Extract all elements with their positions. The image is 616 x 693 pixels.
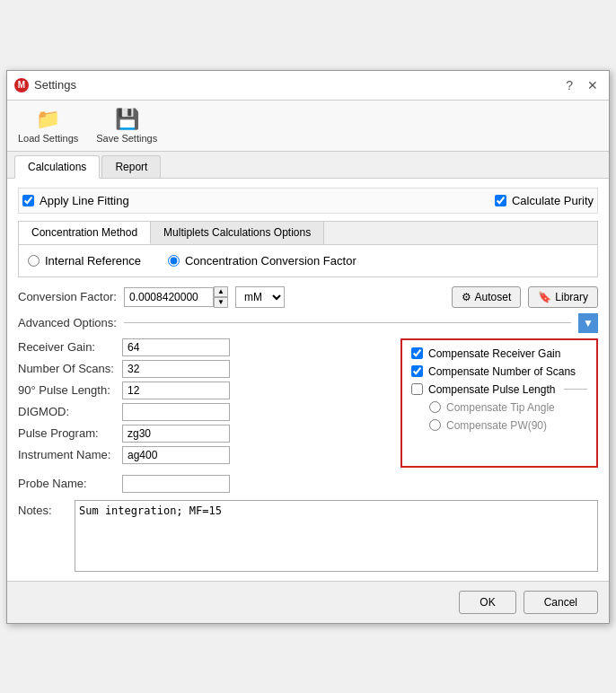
toolbar: 📁 Load Settings 💾 Save Settings xyxy=(7,101,609,152)
tab-report[interactable]: Report xyxy=(101,155,161,178)
bottom-bar: OK Cancel xyxy=(7,581,609,623)
main-tabs: Calculations Report xyxy=(7,152,609,179)
compensate-pulse-row: Compensate Pulse Length xyxy=(411,383,587,396)
left-fields: Receiver Gain: Number Of Scans: 90° Puls… xyxy=(18,338,392,468)
notes-textarea[interactable]: Sum integration; MF=15 xyxy=(75,500,598,572)
conversion-factor-radio[interactable] xyxy=(168,255,180,267)
compensate-receiver-gain-label: Compensate Receiver Gain xyxy=(428,347,560,360)
autoset-label: Autoset xyxy=(475,291,512,303)
ok-button[interactable]: OK xyxy=(459,591,515,614)
library-button[interactable]: 🔖 Library xyxy=(528,286,598,308)
advanced-label: Advanced Options: xyxy=(18,316,117,329)
compensate-scans-row: Compensate Number of Scans xyxy=(411,365,587,378)
advanced-panel: Receiver Gain: Number Of Scans: 90° Puls… xyxy=(18,338,598,468)
instrument-name-input[interactable] xyxy=(122,446,230,464)
save-settings-button[interactable]: 💾 Save Settings xyxy=(96,108,157,144)
number-of-scans-row: Number Of Scans: xyxy=(18,360,392,378)
notes-area: Notes: Sum integration; MF=15 xyxy=(18,500,598,572)
inner-content: Internal Reference Concentration Convers… xyxy=(18,244,598,277)
save-settings-label: Save Settings xyxy=(96,133,157,144)
instrument-name-label: Instrument Name: xyxy=(18,448,117,461)
internal-reference-radio[interactable] xyxy=(28,255,40,267)
pulse-90-input[interactable] xyxy=(122,382,230,399)
title-bar-controls: ? ✕ xyxy=(562,76,602,94)
tab-multiplets[interactable]: Multiplets Calculations Options xyxy=(151,222,324,244)
conversion-factor-input[interactable] xyxy=(124,287,214,307)
advanced-toggle-button[interactable]: ▼ xyxy=(578,313,598,333)
number-of-scans-input[interactable] xyxy=(122,360,230,378)
compensate-scans-checkbox[interactable] xyxy=(411,365,423,377)
load-settings-button[interactable]: 📁 Load Settings xyxy=(18,108,78,144)
compensate-pulse-checkbox[interactable] xyxy=(411,383,423,395)
compensate-scans-label: Compensate Number of Scans xyxy=(428,365,576,378)
advanced-line xyxy=(124,322,571,323)
content-area: Apply Line Fitting Calculate Purity Conc… xyxy=(7,179,609,581)
settings-window: M Settings ? ✕ 📁 Load Settings 💾 Save Se… xyxy=(6,70,610,624)
inner-tabs: Concentration Method Multiplets Calculat… xyxy=(18,221,598,244)
calculate-purity-label: Calculate Purity xyxy=(512,194,594,207)
compensate-receiver-gain-checkbox[interactable] xyxy=(411,347,423,359)
save-icon: 💾 xyxy=(115,108,139,131)
digmod-row: DIGMOD: xyxy=(18,403,392,421)
probe-name-row: Probe Name: xyxy=(18,475,598,493)
autoset-button[interactable]: ⚙ Autoset xyxy=(452,286,522,308)
spinner-up[interactable]: ▲ xyxy=(214,286,228,297)
conversion-factor-label: Conversion Factor: xyxy=(18,290,117,303)
close-button[interactable]: ✕ xyxy=(584,76,602,94)
pulse-90-row: 90° Pulse Length: xyxy=(18,382,392,399)
gear-icon: ⚙ xyxy=(462,291,471,303)
conversion-factor-spinner: ▲ ▼ xyxy=(124,286,228,308)
conversion-factor-label: Concentration Conversion Factor xyxy=(185,254,356,268)
library-icon: 🔖 xyxy=(538,291,551,303)
notes-label: Notes: xyxy=(18,500,67,572)
apply-line-fitting-option: Apply Line Fitting xyxy=(22,194,129,207)
pw90-radio[interactable] xyxy=(429,419,441,431)
tab-concentration-method[interactable]: Concentration Method xyxy=(19,222,151,244)
compensate-pw90-option: Compensate PW(90) xyxy=(411,419,587,432)
receiver-gain-label: Receiver Gain: xyxy=(18,340,117,354)
tip-angle-radio[interactable] xyxy=(429,401,441,413)
folder-icon: 📁 xyxy=(36,108,60,131)
tip-angle-label: Compensate Tip Angle xyxy=(446,401,555,414)
pulse-program-label: Pulse Program: xyxy=(18,426,117,440)
window-title: Settings xyxy=(34,78,76,92)
compensate-receiver-gain-row: Compensate Receiver Gain xyxy=(411,347,587,360)
options-row: Apply Line Fitting Calculate Purity xyxy=(18,188,598,214)
title-bar-left: M Settings xyxy=(14,78,76,92)
unit-select[interactable]: mM µM M xyxy=(235,286,285,308)
compensations-panel: Compensate Receiver Gain Compensate Numb… xyxy=(400,338,598,468)
internal-reference-option: Internal Reference xyxy=(28,254,141,268)
conversion-factor-row: Conversion Factor: ▲ ▼ mM µM M ⚙ Autoset… xyxy=(18,286,598,308)
probe-name-label: Probe Name: xyxy=(18,477,117,490)
spinner-down[interactable]: ▼ xyxy=(214,297,228,308)
advanced-options-row: Advanced Options: ▼ xyxy=(18,313,598,333)
conversion-factor-option: Concentration Conversion Factor xyxy=(168,254,356,268)
digmod-input[interactable] xyxy=(122,403,230,421)
number-of-scans-label: Number Of Scans: xyxy=(18,362,117,375)
calculate-purity-checkbox[interactable] xyxy=(495,195,506,206)
instrument-name-row: Instrument Name: xyxy=(18,446,392,464)
pulse-program-input[interactable] xyxy=(122,425,230,443)
app-icon: M xyxy=(14,78,29,92)
tab-calculations[interactable]: Calculations xyxy=(14,155,100,179)
cancel-button[interactable]: Cancel xyxy=(524,591,598,614)
internal-reference-label: Internal Reference xyxy=(45,254,141,268)
load-settings-label: Load Settings xyxy=(18,133,78,144)
pulse-program-row: Pulse Program: xyxy=(18,425,392,443)
method-radio-group: Internal Reference Concentration Convers… xyxy=(28,254,588,268)
spinner-buttons: ▲ ▼ xyxy=(214,286,228,308)
pulse-line xyxy=(564,389,587,390)
library-label: Library xyxy=(555,291,588,303)
title-bar: M Settings ? ✕ xyxy=(7,71,609,101)
receiver-gain-input[interactable] xyxy=(122,338,230,356)
pw90-label: Compensate PW(90) xyxy=(446,419,547,432)
pulse-90-label: 90° Pulse Length: xyxy=(18,383,117,397)
apply-line-fitting-checkbox[interactable] xyxy=(22,195,34,206)
apply-line-fitting-label: Apply Line Fitting xyxy=(40,194,129,207)
probe-name-input[interactable] xyxy=(122,475,230,493)
help-button[interactable]: ? xyxy=(562,76,576,94)
calculate-purity-option: Calculate Purity xyxy=(495,194,594,207)
compensate-pulse-label: Compensate Pulse Length xyxy=(428,383,555,396)
receiver-gain-row: Receiver Gain: xyxy=(18,338,392,356)
compensate-tip-angle-option: Compensate Tip Angle xyxy=(411,401,587,414)
